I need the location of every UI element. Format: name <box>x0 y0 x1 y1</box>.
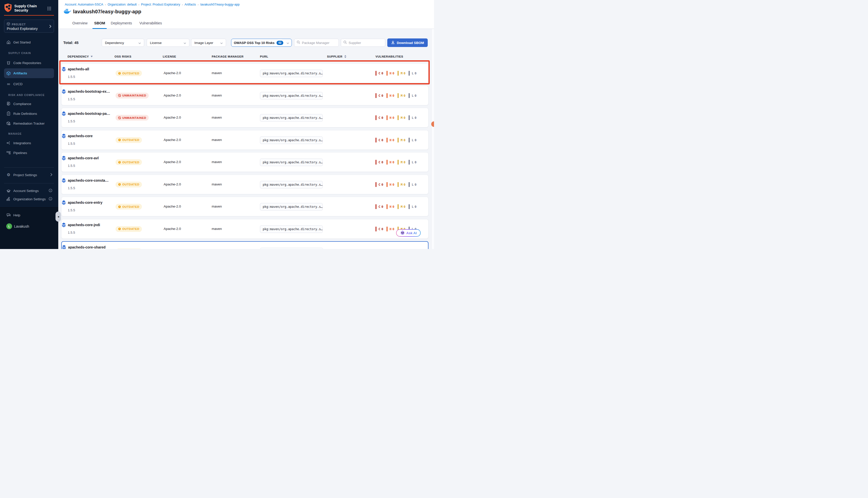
image-layer-filter-dropdown[interactable]: Image Layer <box>191 39 226 47</box>
table-row[interactable]: apacheds-core-consta… 1.5.5 OUTDATED Apa… <box>61 175 428 194</box>
purl-value[interactable]: pkg:maven/org.apache.directory.s… <box>260 69 323 77</box>
avatar: L <box>6 223 12 229</box>
dependency-name: apacheds-all <box>68 67 89 71</box>
sidebar-item-code-repositories[interactable]: Code Repositories <box>0 58 58 67</box>
sidebar-item-rule-definitions[interactable]: Rule Definitions <box>0 109 58 118</box>
package-manager-search-input[interactable] <box>302 41 336 45</box>
package-manager-value: maven <box>204 182 229 186</box>
column-header-dependency[interactable]: DEPENDENCY <box>68 55 93 58</box>
sidebar-item-organization-settings[interactable]: Organization Settings <box>0 195 58 203</box>
sidebar-collapse-handle[interactable]: ◀ <box>55 212 61 222</box>
table-row[interactable]: apacheds-bootstrap-ex… 1.5.5 UNMAINTAINE… <box>61 86 428 105</box>
dependency-name: apacheds-core-entry <box>68 200 103 205</box>
critical-count: C0 <box>375 115 383 120</box>
brand-accent-rule <box>4 15 54 16</box>
project-label: PROJECT <box>12 23 26 26</box>
supplier-search-input[interactable] <box>349 41 383 45</box>
layers-gear-icon <box>6 188 11 193</box>
package-manager-value: maven <box>204 138 229 142</box>
oss-risk-badge: OUTDATED <box>116 249 142 249</box>
critical-count: C0 <box>375 93 383 98</box>
dependency-version: 1.5.5 <box>68 97 75 101</box>
sidebar-item-project-settings[interactable]: ⚙ Project Settings <box>0 171 58 179</box>
box-wrench-icon <box>6 121 11 126</box>
low-count: L0 <box>409 204 416 209</box>
breadcrumb-current[interactable]: lavakush07/easy-buggy-app <box>200 3 240 6</box>
sbom-content: Total: 45 Dependency License Image Layer <box>58 29 434 249</box>
purl-value[interactable]: pkg:maven/org.apache.directory.s… <box>260 92 323 100</box>
low-count: L0 <box>409 182 416 187</box>
license-filter-dropdown[interactable]: License <box>147 39 189 47</box>
sidebar-item-artifacts[interactable]: Artifacts <box>4 68 54 78</box>
project-selector[interactable]: PROJECT Product Exploratory <box>4 19 54 32</box>
sidebar-item-compliance[interactable]: Compliance <box>0 100 58 108</box>
sort-both-icon <box>344 55 346 58</box>
layers-icon <box>62 111 66 116</box>
package-manager-value: maven <box>204 71 229 75</box>
section-manage: MANAGE <box>8 132 22 135</box>
sidebar-item-pipelines[interactable]: Pipelines <box>0 148 58 157</box>
breadcrumb: Account: Automation-SSCA›Organization: d… <box>65 3 240 6</box>
column-header-supplier[interactable]: SUPPLIER <box>327 55 346 58</box>
tab-overview[interactable]: Overview <box>72 21 88 29</box>
owasp-risks-filter-dropdown[interactable]: OWASP OSS Top 10 Risks 02 <box>231 39 292 47</box>
breadcrumb-project[interactable]: Project: Product Exploratory <box>141 3 180 6</box>
download-sbom-button[interactable]: Download SBOM <box>387 38 428 47</box>
purl-value[interactable]: pkg:maven/org.apache.directory.s… <box>260 136 323 144</box>
sidebar-item-account-settings[interactable]: Account Settings <box>0 186 58 195</box>
column-header-oss-risks: OSS RISKS <box>115 55 131 58</box>
dependency-version: 1.5.5 <box>68 231 75 234</box>
purl-value[interactable]: pkg:maven/org.apache.directory.s… <box>260 203 323 211</box>
chevron-down-icon <box>286 41 289 45</box>
table-row[interactable]: apacheds-core 1.5.5 OUTDATED Apache-2.0 … <box>61 130 428 150</box>
table-row[interactable]: apacheds-all 1.5.5 OUTDATED Apache-2.0 m… <box>61 63 428 83</box>
page-header: Account: Automation-SSCA›Organization: d… <box>58 0 434 29</box>
breadcrumb-account[interactable]: Account: Automation-SSCA <box>65 3 103 6</box>
purl-value[interactable]: pkg:maven/org.apache.directory.s… <box>260 159 323 166</box>
license-value: Apache-2.0 <box>160 227 185 231</box>
org-gear-icon <box>6 197 11 201</box>
oss-risk-badge: OUTDATED <box>116 159 142 165</box>
purl-value[interactable]: pkg:maven/org.apache.directory.s… <box>260 181 323 188</box>
tab-deployments[interactable]: Deployments <box>111 21 132 29</box>
critical-count: C0 <box>375 227 383 232</box>
breadcrumb-artifacts[interactable]: Artifacts <box>185 3 196 6</box>
purl-value[interactable]: pkg:maven/org.apache.directory.s… <box>260 114 323 122</box>
vulnerability-counts: C0 H0 M0 L0 <box>375 71 420 76</box>
tab-sbom[interactable]: SBOM <box>94 21 105 29</box>
breadcrumb-organization[interactable]: Organization: default <box>108 3 137 6</box>
sidebar-item-cicd[interactable]: ∞ CI/CD <box>0 80 58 88</box>
sidebar-item-integrations[interactable]: Integrations <box>0 139 58 147</box>
tab-vulnerabilities[interactable]: Vulnerabilities <box>139 21 162 29</box>
document-search-icon <box>6 102 11 106</box>
dependency-filter-dropdown[interactable]: Dependency <box>102 39 144 47</box>
table-row[interactable]: apacheds-core-jndi 1.5.5 OUTDATED Apache… <box>61 219 428 239</box>
app-switcher-grid-icon[interactable] <box>47 6 51 11</box>
sidebar-item-help[interactable]: ? Help <box>0 211 58 219</box>
purl-value[interactable]: pkg:maven/org.apache.directory.s… <box>260 225 323 233</box>
table-row[interactable]: apacheds-core-entry 1.5.5 OUTDATED Apach… <box>61 197 428 217</box>
layers-icon <box>62 178 66 183</box>
scrollbar-track[interactable] <box>431 29 434 249</box>
oss-risk-badge: OUTDATED <box>116 182 142 187</box>
table-row[interactable]: apacheds-bootstrap-pa… 1.5.5 UNMAINTAINE… <box>61 108 428 127</box>
layers-icon <box>62 200 66 205</box>
user-menu[interactable]: L Lavakush <box>0 222 58 231</box>
package-manager-value: maven <box>204 116 229 119</box>
ask-ai-button[interactable]: Ask AI <box>396 229 421 237</box>
total-count: Total: 45 <box>63 39 79 47</box>
ask-ai-label: Ask AI <box>406 231 417 235</box>
artifacts-box-icon <box>6 71 11 76</box>
layers-icon <box>62 156 66 160</box>
purl-value[interactable]: pkg:maven/org.apache.directory.s… <box>260 248 323 249</box>
table-row[interactable]: apacheds-core-shared 1.5.5 OUTDATED Apac… <box>61 241 428 249</box>
gear-icon: ⚙ <box>6 173 11 177</box>
high-count: H0 <box>387 227 394 232</box>
layers-icon <box>62 67 66 71</box>
critical-count: C0 <box>375 160 383 165</box>
sidebar-item-remediation-tracker[interactable]: Remediation Tracker <box>0 119 58 128</box>
dependency-name: apacheds-core-consta… <box>68 179 109 182</box>
divider <box>4 167 54 168</box>
table-row[interactable]: apacheds-core-avl 1.5.5 OUTDATED Apache-… <box>61 152 428 172</box>
sidebar-item-get-started[interactable]: Get Started <box>0 38 58 47</box>
